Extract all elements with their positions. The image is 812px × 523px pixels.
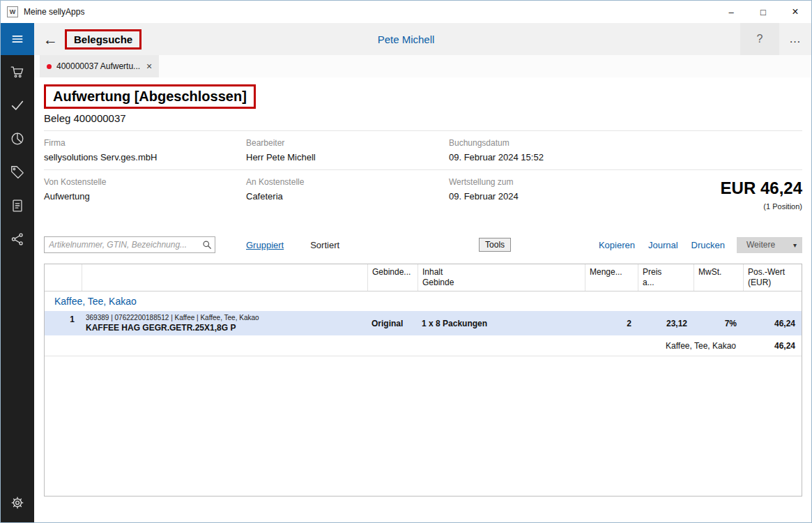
- table-empty-area: [45, 356, 802, 496]
- app-icon: W: [7, 6, 18, 17]
- main-area: 400000037 Aufwertu... × Aufwertung [Abge…: [34, 55, 811, 522]
- more-options-button[interactable]: …: [779, 23, 811, 55]
- table-row[interactable]: 1 369389 | 07622200188512 | Kaffee | Kaf…: [45, 311, 802, 335]
- field-value: 09. Februar 2024: [449, 191, 658, 202]
- col-header-preis: Preis a...: [638, 264, 694, 291]
- article-meta: 369389 | 07622200188512 | Kaffee | Kaffe…: [86, 314, 363, 321]
- sidebar-item-articles[interactable]: [1, 156, 34, 189]
- hamburger-menu-button[interactable]: [1, 23, 34, 55]
- document-total: EUR 46,24: [658, 179, 802, 198]
- article-name: KAFFEE HAG GEGR.GETR.25X1,8G P: [86, 323, 363, 333]
- summary-value: 46,24: [742, 341, 802, 351]
- back-button[interactable]: ←: [43, 32, 58, 47]
- col-header-menge: Menge...: [585, 264, 638, 291]
- sidebar: [1, 55, 34, 522]
- sorted-toggle[interactable]: Sortiert: [310, 240, 339, 250]
- search-icon[interactable]: [199, 240, 215, 250]
- field-label: An Kostenstelle: [246, 177, 449, 187]
- minimize-button[interactable]: –: [715, 1, 747, 23]
- cell-mwst: 7%: [694, 317, 743, 330]
- cell-inhalt: 1 x 8 Packungen: [418, 317, 585, 330]
- journal-link[interactable]: Journal: [648, 240, 678, 250]
- shopping-cart-icon: [10, 64, 25, 79]
- field-wertstellung: Wertstellung zum 09. Februar 2024: [449, 177, 658, 211]
- group-label: Kaffee, Tee, Kakao: [54, 296, 137, 307]
- tab-strip: 400000037 Aufwertu... ×: [34, 55, 811, 77]
- chevron-down-icon: ▾: [793, 241, 797, 249]
- help-button[interactable]: ?: [740, 23, 779, 55]
- tab-document[interactable]: 400000037 Aufwertu... ×: [40, 55, 159, 77]
- app-header: ← Belegsuche Pete Michell ? …: [1, 23, 811, 55]
- search-input[interactable]: [45, 237, 199, 252]
- group-summary-row: Kaffee, Tee, Kakao 46,24: [45, 335, 802, 356]
- group-header-row[interactable]: Kaffee, Tee, Kakao: [45, 291, 802, 311]
- col-header-mwst: MwSt.: [694, 264, 743, 291]
- tab-close-button[interactable]: ×: [146, 61, 152, 71]
- col-header-inhalt: Inhalt Gebinde: [418, 264, 585, 291]
- table-header-row: Gebinde... Inhalt Gebinde Menge... Preis…: [45, 264, 802, 291]
- sidebar-item-journal[interactable]: [1, 189, 34, 222]
- field-row-1: Firma sellysolutions Serv.ges.mbH Bearbe…: [44, 131, 802, 170]
- title-bar: W Meine sellyApps – □ ×: [1, 1, 811, 23]
- maximize-button[interactable]: □: [747, 1, 779, 23]
- position-count: (1 Position): [658, 202, 802, 211]
- field-value: sellysolutions Serv.ges.mbH: [44, 152, 246, 162]
- window-controls: – □ ×: [715, 1, 811, 23]
- more-actions-dropdown[interactable]: Weitere ▾: [737, 237, 802, 253]
- field-buchungsdatum: Buchungsdatum 09. Februar 2024 15:52: [449, 138, 802, 162]
- journal-book-icon: [10, 198, 25, 213]
- tab-label: 400000037 Aufwertu...: [56, 61, 140, 71]
- more-actions-label: Weitere: [746, 240, 775, 250]
- window-title: Meine sellyApps: [24, 7, 84, 17]
- tools-button[interactable]: Tools: [479, 238, 511, 252]
- checkmark-icon: [10, 98, 25, 113]
- summary-group-label: Kaffee, Tee, Kakao: [45, 341, 742, 351]
- sidebar-item-cart[interactable]: [1, 55, 34, 89]
- breadcrumb[interactable]: Belegsuche: [65, 29, 141, 50]
- print-link[interactable]: Drucken: [691, 240, 725, 250]
- copy-link[interactable]: Kopieren: [599, 240, 635, 250]
- field-bearbeiter: Bearbeiter Herr Pete Michell: [246, 138, 449, 162]
- share-network-icon: [10, 232, 25, 247]
- sidebar-item-tasks[interactable]: [1, 89, 34, 122]
- cell-poswert: 46,24: [743, 317, 802, 330]
- field-label: Von Kostenstelle: [44, 177, 246, 187]
- sidebar-item-settings[interactable]: [1, 486, 34, 520]
- positions-toolbar: Gruppiert Sortiert Tools Kopieren Journa…: [44, 236, 802, 254]
- document-content: Aufwertung [Abgeschlossen] Beleg 4000000…: [34, 84, 811, 497]
- field-value: Herr Pete Michell: [246, 152, 449, 162]
- search-box[interactable]: [44, 236, 215, 253]
- col-header-gebinde: Gebinde...: [367, 264, 418, 291]
- col-header-pos: [45, 264, 82, 291]
- field-label: Bearbeiter: [246, 138, 449, 148]
- field-firma: Firma sellysolutions Serv.ges.mbH: [44, 138, 246, 162]
- close-button[interactable]: ×: [779, 1, 811, 23]
- tag-icon: [10, 165, 25, 180]
- field-label: Firma: [44, 138, 246, 148]
- pie-chart-icon: [10, 131, 25, 146]
- app-icon-letter: W: [10, 8, 16, 15]
- field-row-2: Von Kostenstelle Aufwertung An Kostenste…: [44, 170, 802, 218]
- cell-menge: 2: [585, 317, 638, 330]
- sidebar-item-statistics[interactable]: [1, 122, 34, 156]
- document-total-block: EUR 46,24 (1 Position): [658, 177, 802, 211]
- document-title: Aufwertung [Abgeschlossen]: [44, 84, 256, 109]
- unsaved-dot-icon: [47, 64, 52, 69]
- field-label: Wertstellung zum: [449, 177, 658, 187]
- settings-gear-icon: [10, 495, 25, 510]
- col-header-poswert: Pos.-Wert (EUR): [743, 264, 802, 291]
- sidebar-item-share[interactable]: [1, 222, 34, 256]
- user-name[interactable]: Pete Michell: [378, 33, 435, 45]
- field-value: 09. Februar 2024 15:52: [449, 152, 802, 162]
- cell-pos: 1: [45, 311, 82, 326]
- field-an-kostenstelle: An Kostenstelle Cafeteria: [246, 177, 449, 211]
- cell-gebinde: Original: [367, 317, 418, 330]
- positions-table: Gebinde... Inhalt Gebinde Menge... Preis…: [44, 264, 802, 497]
- toolbar-actions: Kopieren Journal Drucken Weitere ▾: [585, 237, 802, 253]
- grouped-toggle[interactable]: Gruppiert: [246, 240, 284, 250]
- app-window: W Meine sellyApps – □ × ← Belegsuche Pet…: [0, 0, 812, 523]
- header-actions: ? …: [740, 23, 811, 55]
- cell-article: 369389 | 07622200188512 | Kaffee | Kaffe…: [82, 312, 367, 334]
- field-label: Buchungsdatum: [449, 138, 802, 148]
- col-header-article: [82, 264, 367, 291]
